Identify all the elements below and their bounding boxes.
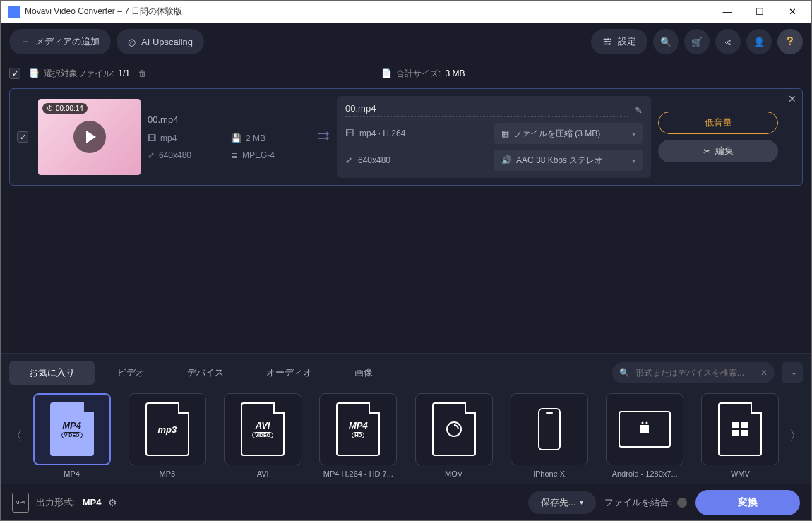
settings-button[interactable]: 設定 bbox=[591, 29, 647, 54]
cart-icon: 🛒 bbox=[691, 37, 703, 47]
settings-label: 設定 bbox=[618, 35, 636, 48]
svg-point-2 bbox=[609, 43, 611, 45]
tab-favorites[interactable]: お気に入り bbox=[9, 361, 95, 385]
svg-rect-8 bbox=[741, 422, 748, 428]
format-search[interactable]: 🔍 ✕ bbox=[612, 362, 775, 383]
tab-audio[interactable]: オーディオ bbox=[246, 361, 332, 385]
total-size: 📄 合計サイズ: 3 MB bbox=[381, 68, 465, 80]
low-volume-button[interactable]: 低音量 bbox=[658, 112, 778, 134]
output-filename: 00.mp4 bbox=[345, 103, 628, 117]
video-thumbnail[interactable]: ⏱ 00:00:14 bbox=[38, 99, 141, 175]
close-button[interactable]: ✕ bbox=[776, 1, 808, 23]
ai-upscaling-button[interactable]: ◎ AI Upscaling bbox=[117, 29, 204, 54]
account-button[interactable]: 👤 bbox=[746, 29, 772, 54]
collapse-panel-button[interactable]: ⌄ bbox=[786, 364, 801, 379]
person-icon: 👤 bbox=[753, 37, 765, 47]
ai-icon: ◎ bbox=[128, 37, 136, 47]
add-media-label: メディアの追加 bbox=[35, 35, 100, 48]
svg-rect-4 bbox=[640, 425, 649, 433]
selection-count: 📑 選択対象ファイル: 1/1 bbox=[29, 68, 130, 80]
compress-dropdown[interactable]: ▦ファイルを圧縮 (3 MB) ▾ bbox=[494, 123, 643, 144]
resize-icon: ⤢ bbox=[345, 155, 352, 165]
format-avi[interactable]: AVIVIDEOAVI bbox=[219, 393, 307, 478]
tab-devices[interactable]: デバイス bbox=[167, 361, 244, 385]
format-label: AVI bbox=[257, 469, 269, 478]
clock-icon: ⏱ bbox=[47, 104, 54, 112]
document-icon: 📄 bbox=[381, 68, 392, 78]
share-icon: ⪡ bbox=[724, 37, 733, 47]
svg-point-5 bbox=[642, 422, 644, 424]
share-button[interactable]: ⪡ bbox=[715, 29, 741, 54]
file-checkbox[interactable] bbox=[17, 131, 28, 143]
output-format-label: 出力形式: bbox=[36, 496, 76, 509]
svg-point-6 bbox=[646, 422, 648, 424]
clear-selection-button[interactable]: 🗑 bbox=[138, 68, 147, 78]
format-mp4hd[interactable]: MP4HDMP4 H.264 - HD 7... bbox=[314, 393, 402, 478]
svg-rect-10 bbox=[741, 430, 748, 436]
tab-images[interactable]: 画像 bbox=[335, 361, 393, 385]
remove-file-button[interactable]: ✕ bbox=[788, 93, 796, 104]
search-button[interactable]: 🔍 bbox=[653, 29, 679, 54]
sliders-icon bbox=[602, 37, 612, 47]
edit-name-button[interactable]: ✎ bbox=[635, 105, 643, 116]
bars-icon: ≣ bbox=[231, 150, 238, 160]
clear-search-button[interactable]: ✕ bbox=[760, 368, 768, 378]
play-icon[interactable] bbox=[73, 121, 106, 153]
tablet-icon bbox=[619, 411, 671, 448]
duration-badge: ⏱ 00:00:14 bbox=[42, 103, 88, 114]
source-format: 🎞mp4 bbox=[148, 133, 225, 143]
magnifier-icon: 🔍 bbox=[660, 37, 671, 47]
toggle-dot bbox=[677, 498, 687, 508]
magnifier-icon: 🔍 bbox=[619, 368, 630, 378]
format-label: Android - 1280x7... bbox=[612, 469, 678, 478]
tab-video[interactable]: ビデオ bbox=[97, 361, 165, 385]
maximize-button[interactable]: ☐ bbox=[744, 1, 776, 23]
format-iphone[interactable]: iPhone X bbox=[505, 393, 593, 478]
svg-rect-7 bbox=[732, 422, 739, 428]
format-label: MP4 H.264 - HD 7... bbox=[323, 469, 393, 478]
convert-button[interactable]: 変換 bbox=[695, 490, 800, 515]
add-media-button[interactable]: ＋ メディアの追加 bbox=[9, 29, 111, 54]
chevron-down-icon: ▾ bbox=[632, 130, 635, 138]
cart-button[interactable]: 🛒 bbox=[684, 29, 710, 54]
output-video-codec: 🎞mp4 · H.264 bbox=[345, 123, 489, 144]
format-label: MP4 bbox=[64, 469, 80, 478]
merge-files-toggle[interactable]: ファイルを結合: bbox=[604, 496, 687, 509]
format-mp3[interactable]: mp3MP3 bbox=[123, 393, 211, 478]
format-mp4[interactable]: MP4VIDEOMP4 bbox=[28, 393, 116, 478]
edit-button[interactable]: ✂ 編集 bbox=[658, 140, 778, 162]
file-icon: MP4VIDEO bbox=[50, 402, 94, 456]
minimize-button[interactable]: — bbox=[711, 1, 744, 23]
help-button[interactable]: ? bbox=[777, 29, 803, 54]
file-row[interactable]: ✕ ⏱ 00:00:14 00.mp4 🎞mp4 💾2 MB ⤢640x480 … bbox=[9, 88, 803, 186]
format-search-input[interactable] bbox=[635, 368, 755, 378]
output-settings-button[interactable]: ⚙ bbox=[108, 497, 117, 508]
audio-dropdown[interactable]: 🔊AAC 38 Kbps ステレオ ▾ bbox=[494, 150, 643, 171]
output-format-icon: MP4 bbox=[12, 493, 29, 513]
file-icon: MP4HD bbox=[336, 402, 380, 456]
svg-point-1 bbox=[605, 41, 607, 43]
scroll-right-button[interactable]: 〉 bbox=[789, 427, 803, 444]
output-panel: 00.mp4 ✎ 🎞mp4 · H.264 ▦ファイルを圧縮 (3 MB) ▾ … bbox=[337, 96, 651, 178]
scissors-icon: ✂ bbox=[703, 146, 711, 157]
format-label: MP3 bbox=[160, 469, 176, 478]
main-toolbar: ＋ メディアの追加 ◎ AI Upscaling 設定 🔍 🛒 ⪡ 👤 ? bbox=[1, 23, 811, 60]
format-wmv[interactable]: WMV bbox=[696, 393, 784, 478]
file-icon: AVIVIDEO bbox=[241, 402, 285, 456]
file-icon: mp3 bbox=[145, 402, 189, 456]
save-to-button[interactable]: 保存先... ▾ bbox=[528, 491, 597, 514]
format-label: WMV bbox=[731, 469, 750, 478]
ai-upscaling-label: AI Upscaling bbox=[141, 37, 193, 47]
format-android[interactable]: Android - 1280x7... bbox=[601, 393, 689, 478]
speaker-icon: 🔊 bbox=[501, 155, 512, 165]
format-panel: ⌄ お気に入り ビデオ デバイス オーディオ 画像 🔍 ✕ ⛶ 〈 MP4VID… bbox=[1, 353, 811, 484]
source-size: 💾2 MB bbox=[231, 133, 309, 143]
scroll-left-button[interactable]: 〈 bbox=[9, 427, 23, 444]
selection-bar: 📑 選択対象ファイル: 1/1 🗑 📄 合計サイズ: 3 MB bbox=[1, 60, 811, 87]
reel-icon: 🎞 bbox=[148, 133, 156, 143]
format-mov[interactable]: MOV bbox=[410, 393, 498, 478]
svg-point-0 bbox=[607, 38, 609, 40]
select-all-checkbox[interactable] bbox=[9, 68, 20, 79]
file-source-info: 00.mp4 🎞mp4 💾2 MB ⤢640x480 ≣MPEG-4 bbox=[148, 112, 310, 163]
format-label: iPhone X bbox=[534, 469, 566, 478]
